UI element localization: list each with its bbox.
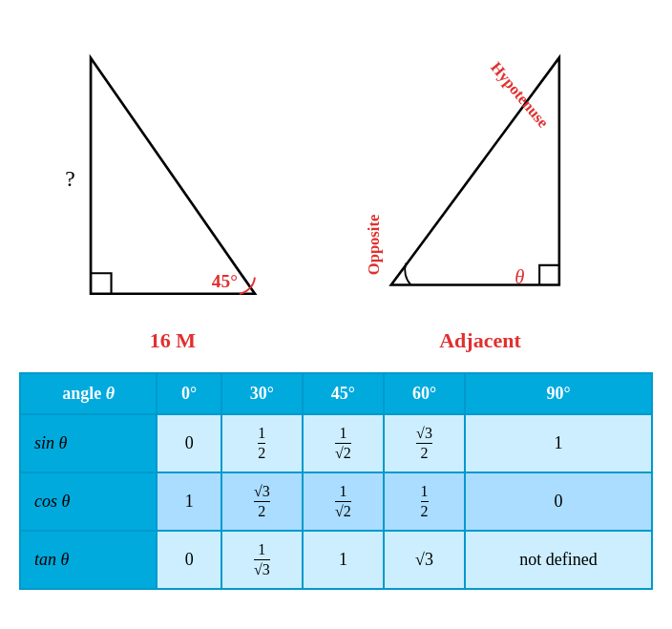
cos-30: √3 2 bbox=[221, 472, 303, 531]
sin-30-numerator: 1 bbox=[258, 425, 265, 444]
cos-45: 1 √2 bbox=[303, 472, 384, 531]
left-bottom-label: 16 M bbox=[150, 328, 196, 353]
table-row-cos: cos θ 1 √3 2 1 √2 1 bbox=[20, 472, 652, 531]
cos-90: 0 bbox=[465, 472, 652, 531]
sin-0: 0 bbox=[157, 414, 220, 472]
table-row-sin: sin θ 0 1 2 1 √2 √3 bbox=[20, 414, 652, 472]
top-section: 45° ? 16 M θ Opposite Hypotenuse Adjacen… bbox=[0, 0, 672, 363]
sin-label: sin θ bbox=[20, 414, 157, 472]
sin-45-frac: 1 √2 bbox=[335, 425, 351, 462]
cos-30-numerator: √3 bbox=[254, 483, 270, 502]
cos-0: 1 bbox=[157, 472, 220, 531]
svg-text:45°: 45° bbox=[212, 271, 238, 291]
tan-60: √3 bbox=[384, 531, 465, 589]
tan-30-denominator: √3 bbox=[254, 560, 270, 578]
right-bottom-label: Adjacent bbox=[439, 328, 521, 353]
trig-table: angle θ 0° 30° 45° 60° 90° sin θ 0 1 2 bbox=[19, 372, 653, 590]
svg-marker-0 bbox=[91, 58, 255, 294]
svg-text:θ: θ bbox=[514, 266, 524, 287]
sin-60-frac: √3 2 bbox=[416, 425, 432, 462]
tan-45: 1 bbox=[303, 531, 384, 589]
sin-60: √3 2 bbox=[384, 414, 465, 472]
cos-30-denominator: 2 bbox=[258, 502, 265, 520]
table-row-tan: tan θ 0 1 √3 1 √3 not defined bbox=[20, 531, 652, 589]
tan-0: 0 bbox=[157, 531, 220, 589]
tan-30-numerator: 1 bbox=[254, 541, 270, 560]
sin-30-denominator: 2 bbox=[258, 444, 265, 462]
svg-text:Opposite: Opposite bbox=[365, 215, 383, 276]
tan-90: not defined bbox=[465, 531, 652, 589]
table-header-row: angle θ 0° 30° 45° 60° 90° bbox=[20, 373, 652, 414]
tan-30-frac: 1 √3 bbox=[254, 541, 270, 578]
col-header-angle: angle θ bbox=[20, 373, 157, 414]
sin-45: 1 √2 bbox=[303, 414, 384, 472]
col-header-90: 90° bbox=[465, 373, 652, 414]
table-section: angle θ 0° 30° 45° 60° 90° sin θ 0 1 2 bbox=[0, 363, 672, 609]
cos-60-frac: 1 2 bbox=[421, 483, 429, 520]
cos-45-denominator: √2 bbox=[335, 502, 351, 520]
sin-30: 1 2 bbox=[221, 414, 303, 472]
cos-60-denominator: 2 bbox=[421, 502, 429, 520]
left-triangle-container: 45° ? 16 M bbox=[49, 48, 297, 353]
sin-45-denominator: √2 bbox=[335, 444, 351, 462]
svg-text:Hypotenuse: Hypotenuse bbox=[487, 58, 552, 131]
col-header-0: 0° bbox=[157, 373, 220, 414]
tan-30: 1 √3 bbox=[221, 531, 303, 589]
cos-60-numerator: 1 bbox=[421, 483, 429, 502]
sin-60-numerator: √3 bbox=[416, 425, 432, 444]
left-triangle-svg: 45° ? bbox=[58, 48, 287, 325]
sin-60-denominator: 2 bbox=[421, 444, 429, 462]
cos-45-numerator: 1 bbox=[335, 483, 351, 502]
cos-label: cos θ bbox=[20, 472, 157, 531]
cos-30-frac: √3 2 bbox=[254, 483, 270, 520]
right-triangle-svg: θ Opposite Hypotenuse bbox=[356, 48, 604, 325]
col-header-30: 30° bbox=[221, 373, 303, 414]
svg-text:?: ? bbox=[65, 166, 74, 191]
cos-60: 1 2 bbox=[384, 472, 465, 531]
right-triangle-container: θ Opposite Hypotenuse Adjacent bbox=[337, 48, 623, 353]
col-header-45: 45° bbox=[303, 373, 384, 414]
sin-30-frac: 1 2 bbox=[258, 425, 265, 462]
tan-label: tan θ bbox=[20, 531, 157, 589]
sin-45-numerator: 1 bbox=[335, 425, 351, 444]
col-header-60: 60° bbox=[384, 373, 465, 414]
cos-45-frac: 1 √2 bbox=[335, 483, 351, 520]
sin-90: 1 bbox=[465, 414, 652, 472]
svg-marker-3 bbox=[391, 57, 559, 284]
